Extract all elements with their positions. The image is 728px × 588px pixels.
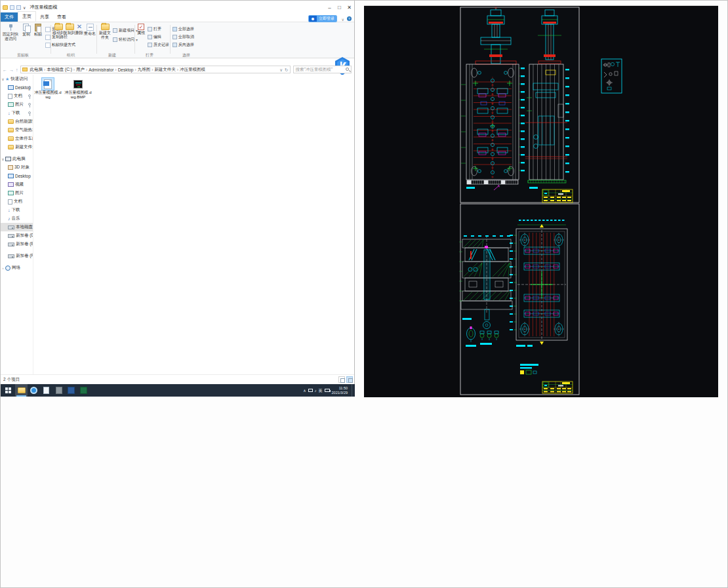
edit-button[interactable]: 编辑 — [148, 34, 161, 40]
tray-chevron-icon[interactable]: ∧ — [303, 389, 306, 393]
address-dropdown-icon[interactable]: ∨ — [279, 68, 283, 73]
breadcrumb-segment[interactable]: 新建文件夹 — [153, 67, 176, 73]
up-icon[interactable]: ↑ — [16, 68, 18, 72]
taskbar-blue-app-icon[interactable] — [65, 384, 77, 397]
sidebar-item-[interactable]: 文档 — [1, 92, 33, 100]
search-input[interactable]: 搜索"冲压量模图模" — [293, 66, 352, 73]
sidebar-item-f[interactable]: 新加卷 (F:) — [1, 252, 33, 260]
taskbar-clock[interactable]: 11:50 2021/3/29 — [332, 386, 350, 395]
paste-shortcut-button[interactable]: 粘贴快捷方式 — [45, 42, 75, 48]
file-item[interactable]: 冲压量模图模.dwg.BMP — [64, 78, 92, 100]
start-button[interactable] — [1, 384, 15, 397]
tab-share[interactable]: 共享 — [36, 12, 53, 22]
sidebar-item-[interactable]: 图片 — [1, 100, 33, 109]
history-button[interactable]: 历史记录 — [148, 42, 169, 48]
rename-button[interactable]: 重命名 — [84, 24, 96, 36]
volume-icon[interactable]: ♪ — [315, 389, 317, 393]
breadcrumb-segment[interactable]: 本地磁盘 (C:) — [46, 67, 73, 73]
login-button[interactable]: ☻ 立即登录 — [308, 15, 337, 22]
sidebar-item-e[interactable]: 新加卷 (E:) — [1, 240, 33, 248]
breadcrumb-segment[interactable]: 九维图 — [137, 67, 152, 73]
thumbnails-view-icon[interactable] — [346, 376, 353, 383]
sidebar-item-[interactable]: 图片 — [1, 189, 33, 197]
sidebar-item-[interactable]: ∨此电脑 — [1, 155, 33, 163]
sidebar-item-[interactable]: ›网络 — [1, 264, 33, 272]
qat-dropdown-icon[interactable]: ∨ — [23, 5, 26, 10]
properties-button[interactable]: ✓ 属性 — [136, 24, 146, 35]
gray-app-icon — [56, 387, 62, 394]
sidebar-item-3d[interactable]: 3D 对象 — [1, 163, 33, 172]
select-all-button[interactable]: 全部选择 — [172, 26, 194, 32]
copy-to-button[interactable]: 复制到 — [64, 24, 75, 35]
sidebar-item-[interactable]: 视频 — [1, 180, 33, 189]
taskbar-document-app-icon[interactable] — [40, 384, 52, 397]
address-box[interactable]: 此电脑›本地磁盘 (C:)›用户›Administrator›Desktop›九… — [20, 66, 291, 73]
expander-icon[interactable]: ∨ — [1, 77, 5, 81]
invert-selection-button[interactable]: 反向选择 — [172, 42, 194, 48]
new-folder-button[interactable]: 新建文件夹 — [98, 24, 112, 40]
qat-button-1-icon[interactable] — [10, 5, 14, 10]
breadcrumb-segment[interactable]: 用户 — [75, 67, 85, 73]
address-folder-icon — [22, 68, 28, 71]
expander-icon[interactable]: › — [1, 266, 5, 270]
breadcrumb[interactable]: 此电脑›本地磁盘 (C:)›用户›Administrator›Desktop›九… — [30, 67, 207, 73]
breadcrumb-segment[interactable]: 冲压量模图模 — [179, 67, 206, 73]
sidebar-item-c[interactable]: 本地磁盘 (C:) — [1, 223, 33, 231]
sidebar-item-[interactable]: ♪音乐 — [1, 214, 33, 223]
sidebar-item-desktop[interactable]: Desktop — [1, 172, 33, 180]
minimize-button[interactable]: – — [325, 1, 334, 14]
sidebar-item-[interactable]: 文档 — [1, 197, 33, 206]
sidebar-item-d[interactable]: 新加卷 (D:) — [1, 231, 33, 240]
refresh-icon[interactable]: ↻ — [285, 68, 288, 73]
login-button-label: 立即登录 — [317, 15, 336, 22]
delete-icon: ✕ — [75, 24, 84, 30]
folder-icon — [8, 145, 14, 149]
move-to-button[interactable]: 移动到 — [52, 24, 64, 35]
network-icon[interactable] — [308, 389, 313, 392]
sidebar-item-[interactable]: ↓下载 — [1, 206, 33, 214]
tab-view[interactable]: 查看 — [53, 12, 70, 22]
breadcrumb-segment[interactable]: 此电脑 — [30, 67, 44, 73]
taskbar-green-app-icon[interactable] — [77, 384, 90, 397]
taskbar-blue-circle-app-icon[interactable] — [28, 384, 40, 397]
sidebar-item-[interactable]: 自然能源空调配图 — [1, 117, 33, 126]
qat-button-2-icon[interactable] — [16, 5, 21, 10]
cad-sheet-2 — [460, 204, 579, 395]
sidebar-item-[interactable]: 空气能热水器图纸 — [1, 126, 33, 134]
file-item[interactable]: 冲压量模图模.dwg — [33, 78, 62, 100]
forward-icon[interactable]: → — [9, 68, 14, 72]
group-label-select: 选择 — [176, 52, 196, 58]
paste-button[interactable]: 粘贴 — [32, 24, 44, 37]
maximize-button[interactable]: □ — [334, 1, 344, 14]
expander-icon[interactable]: ∨ — [1, 157, 5, 161]
copy-button[interactable]: 复制 — [20, 24, 32, 37]
back-icon[interactable]: ← — [3, 68, 7, 72]
sidebar-item-label: 音乐 — [12, 216, 20, 222]
sidebar-item-desktop[interactable]: Desktop — [1, 83, 33, 92]
sidebar-item-[interactable]: ∨★快速访问 — [1, 75, 33, 83]
breadcrumb-segment[interactable]: Desktop — [117, 68, 134, 72]
sidebar-item-label: 立体停车门图纸 — [15, 136, 33, 142]
breadcrumb-segment[interactable]: Administrator — [88, 68, 114, 72]
pin-to-quick-access-button[interactable]: 固定到快速访问 — [2, 24, 19, 41]
address-bar-row: ← → ↑ 此电脑›本地磁盘 (C:)›用户›Administrator›Des… — [1, 64, 354, 75]
rename-icon — [87, 24, 94, 31]
collapse-ribbon-icon[interactable]: ∨ — [342, 17, 344, 22]
pic-icon — [8, 191, 14, 195]
help-icon[interactable]: ? — [347, 16, 352, 21]
close-button[interactable]: ✕ — [344, 1, 354, 14]
open-button[interactable]: 打开 — [148, 26, 161, 32]
file-name-label: 冲压量模图模.dwg — [33, 90, 62, 100]
sidebar-item-[interactable]: ↓下载 — [1, 109, 33, 117]
sidebar-item-[interactable]: 立体停车门图纸 — [1, 134, 33, 143]
taskbar-file-explorer-icon[interactable] — [15, 384, 28, 397]
taskbar-gray-app-icon[interactable] — [52, 384, 65, 397]
show-desktop-button[interactable] — [352, 384, 354, 397]
input-language-indicator[interactable]: 英 — [319, 389, 323, 393]
tab-file[interactable]: 文件 — [1, 12, 18, 22]
sidebar-item-[interactable]: 新建文件夹 — [1, 143, 33, 151]
select-none-button[interactable]: 全部取消 — [172, 34, 194, 40]
delete-button[interactable]: ✕ 删除 — [75, 24, 84, 35]
tab-home[interactable]: 主页 — [18, 11, 36, 22]
details-view-icon[interactable] — [338, 376, 345, 383]
